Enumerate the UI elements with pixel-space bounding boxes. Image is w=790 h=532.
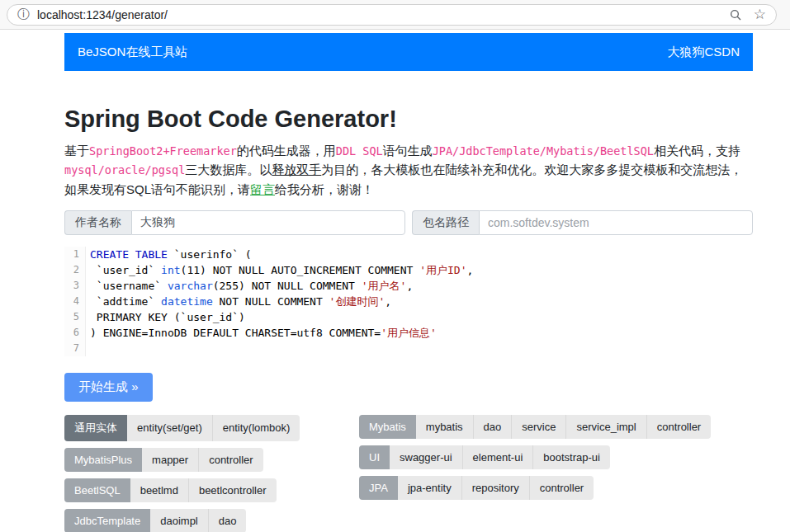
groups-left-column: 通用实体 entity(set/get) entity(lombok) Myba… xyxy=(64,415,359,532)
group-jdbctemplate: JdbcTemplate daoimpl dao xyxy=(64,509,246,532)
group-common-entity: 通用实体 entity(set/get) entity(lombok) xyxy=(64,415,300,441)
group-leader-common-entity: 通用实体 xyxy=(64,415,127,441)
desc-emphasis: 释放双手 xyxy=(272,162,321,177)
group-leader-mybatis: Mybatis xyxy=(359,415,416,439)
groups-right-column: Mybatis mybatis dao service service_impl… xyxy=(359,415,753,532)
template-button[interactable]: entity(set/get) xyxy=(127,415,212,441)
template-button[interactable]: mybatis xyxy=(416,415,473,439)
group-mybatis: Mybatis mybatis dao service service_impl… xyxy=(359,415,711,439)
desc-code-databases: mysql/oracle/pgsql xyxy=(64,163,185,177)
template-button[interactable]: dao xyxy=(208,509,247,532)
template-button[interactable]: service xyxy=(511,415,565,439)
line-number: 2 xyxy=(64,262,86,278)
package-input-group: 包名路径 xyxy=(412,210,753,235)
desc-text: 三大数据库。以 xyxy=(185,162,272,177)
group-leader-ui: UI xyxy=(359,445,390,469)
package-input[interactable] xyxy=(479,210,753,235)
sql-editor[interactable]: 1 CREATE TABLE `userinfo` ( 2 `user_id` … xyxy=(64,247,753,356)
generate-button[interactable]: 开始生成 » xyxy=(64,373,153,402)
author-input[interactable] xyxy=(131,210,405,235)
author-input-group: 作者名称 xyxy=(64,210,405,235)
zoom-icon[interactable] xyxy=(729,8,742,21)
navbar: BeJSON在线工具站 大狼狗CSDN xyxy=(64,33,753,71)
code-line: 1 CREATE TABLE `userinfo` ( xyxy=(64,247,753,262)
feedback-link[interactable]: 留言 xyxy=(250,182,275,196)
template-button[interactable]: controller xyxy=(529,476,594,500)
omnibox-actions: ☆ xyxy=(729,7,766,21)
group-mybatisplus: MybatisPlus mapper controller xyxy=(64,448,263,472)
template-button[interactable]: daoimpl xyxy=(150,509,208,532)
desc-text: 语句生成 xyxy=(383,144,433,158)
line-number: 3 xyxy=(64,278,86,294)
desc-code-ddl: DDL SQL xyxy=(336,144,383,158)
group-leader-mybatisplus: MybatisPlus xyxy=(64,448,142,472)
group-leader-jpa: JPA xyxy=(359,476,398,500)
template-button[interactable]: service_impl xyxy=(565,415,646,439)
template-button[interactable]: mapper xyxy=(142,448,198,472)
template-button[interactable]: swagger-ui xyxy=(390,445,462,469)
desc-text: 相关代码，支持 xyxy=(654,144,740,158)
group-beetlsql: BeetlSQL beetlmd beetlcontroller xyxy=(64,478,277,502)
template-button[interactable]: controller xyxy=(198,448,263,472)
line-number: 6 xyxy=(64,325,86,341)
url-bar[interactable]: ⓘ localhost:1234/generator/ ☆ xyxy=(7,4,777,26)
author-label: 作者名称 xyxy=(64,210,131,235)
template-button[interactable]: beetlcontroller xyxy=(188,478,277,502)
group-leader-jdbctemplate: JdbcTemplate xyxy=(64,509,150,532)
bookmark-star-icon[interactable]: ☆ xyxy=(754,7,766,21)
group-leader-beetlsql: BeetlSQL xyxy=(64,478,130,502)
desc-code-frameworks: JPA/JdbcTemplate/Mybatis/BeetlSQL xyxy=(433,144,654,158)
code-line: 2 `user_id` int(11) NOT NULL AUTO_INCREM… xyxy=(64,262,753,278)
desc-text: 的代码生成器，用 xyxy=(237,144,336,158)
template-button[interactable]: bootstrap-ui xyxy=(532,445,610,469)
desc-text: 基于 xyxy=(64,144,89,158)
settings-row: 作者名称 包名路径 xyxy=(64,210,753,235)
template-button[interactable]: beetlmd xyxy=(130,478,188,502)
line-number: 5 xyxy=(64,309,86,325)
container: BeJSON在线工具站 大狼狗CSDN Spring Boot Code Gen… xyxy=(64,33,753,532)
code-line: 3 `username` varchar(255) NOT NULL COMME… xyxy=(64,278,753,294)
line-number: 4 xyxy=(64,294,86,309)
template-button[interactable]: controller xyxy=(646,415,711,439)
line-number: 1 xyxy=(64,247,86,262)
template-button[interactable]: entity(lombok) xyxy=(212,415,300,441)
desc-code-springboot: SpringBoot2+Freemarker xyxy=(89,144,237,158)
csdn-link[interactable]: 大狼狗CSDN xyxy=(667,45,740,60)
description: 基于SpringBoot2+Freemarker的代码生成器，用DDL SQL语… xyxy=(64,141,753,199)
line-number: 7 xyxy=(64,341,86,356)
group-ui: UI swagger-ui element-ui bootstrap-ui xyxy=(359,445,610,469)
code-line: 5 PRIMARY KEY (`user_id`) xyxy=(64,309,753,325)
template-button[interactable]: element-ui xyxy=(462,445,533,469)
site-info-icon[interactable]: ⓘ xyxy=(17,7,30,22)
group-jpa: JPA jpa-entity repository controller xyxy=(359,476,594,500)
brand-link[interactable]: BeJSON在线工具站 xyxy=(78,45,187,60)
package-label: 包名路径 xyxy=(412,210,479,235)
page-title: Spring Boot Code Generator! xyxy=(64,106,753,133)
code-line: 7 xyxy=(64,341,753,356)
url-text[interactable]: localhost:1234/generator/ xyxy=(37,8,168,21)
template-button[interactable]: dao xyxy=(473,415,512,439)
page: BeJSON在线工具站 大狼狗CSDN Spring Boot Code Gen… xyxy=(0,30,790,532)
code-line: 4 `addtime` datetime NOT NULL COMMENT '创… xyxy=(64,294,753,309)
template-groups: 通用实体 entity(set/get) entity(lombok) Myba… xyxy=(64,415,753,532)
template-button[interactable]: repository xyxy=(461,476,529,500)
desc-text: 给我分析，谢谢！ xyxy=(275,182,374,196)
browser-chrome: ⓘ localhost:1234/generator/ ☆ xyxy=(0,0,790,30)
code-line: 6 ) ENGINE=InnoDB DEFAULT CHARSET=utf8 C… xyxy=(64,325,753,341)
template-button[interactable]: jpa-entity xyxy=(398,476,461,500)
